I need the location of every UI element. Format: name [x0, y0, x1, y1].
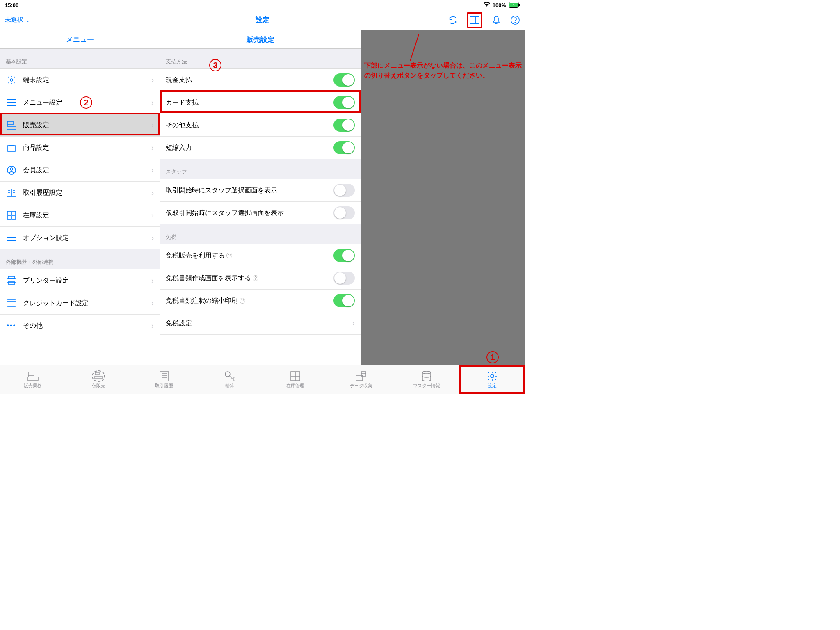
refresh-icon[interactable] [448, 15, 458, 25]
bell-icon[interactable] [491, 15, 501, 25]
row-label: 端末設定 [23, 76, 151, 84]
toggle-other[interactable] [333, 119, 355, 132]
right-placeholder: 下部にメニュー表示がない場合は、このメニュー表示の切り替えボタンをタップしてくだ… [361, 30, 525, 365]
menu-member-settings[interactable]: 会員設定 › [0, 159, 160, 182]
tab-inventory[interactable]: 在庫管理 [262, 365, 328, 394]
chevron-right-icon: › [151, 166, 154, 175]
printer-icon [6, 275, 17, 286]
row-label: 短縮入力 [166, 144, 333, 152]
svg-rect-37 [7, 300, 16, 306]
chevron-down-icon: ⌄ [25, 16, 30, 24]
menu-other[interactable]: ••• その他 › [0, 315, 160, 337]
gear-icon [486, 370, 499, 382]
row-taxfree-settings[interactable]: 免税設定 › [160, 312, 361, 335]
toggle-card[interactable] [333, 96, 355, 109]
tab-label: 精算 [225, 383, 234, 389]
group-header-payment: 支払方法 [160, 49, 361, 69]
menu-option-settings[interactable]: オプション設定 › [0, 227, 160, 249]
toggle-taxfree-use[interactable] [333, 249, 355, 262]
back-button[interactable]: 未選択 ⌄ [5, 16, 30, 24]
row-label: 免税設定 [166, 319, 352, 328]
svg-rect-43 [95, 376, 102, 379]
tab-data[interactable]: データ収集 [328, 365, 394, 394]
database-icon [420, 370, 433, 382]
chevron-right-icon: › [151, 299, 154, 308]
status-bar: 15:00 100% [0, 0, 525, 10]
toggle-taxfree-print[interactable] [333, 294, 355, 307]
tab-master[interactable]: マスター情報 [394, 365, 459, 394]
svg-rect-28 [12, 216, 16, 219]
gear-icon [6, 74, 17, 86]
key-icon [223, 370, 236, 382]
grid-icon [6, 210, 17, 221]
tab-settings[interactable]: 設定 [459, 365, 525, 394]
svg-rect-34 [8, 276, 15, 279]
chevron-right-icon: › [151, 276, 154, 285]
section-header-basic: 基本設定 [0, 49, 160, 69]
chevron-right-icon: › [151, 121, 154, 130]
svg-point-57 [422, 371, 431, 374]
help-icon[interactable]: ? [226, 253, 232, 258]
detail-panel: 販売設定 支払方法 現金支払 3 カード支払 その他支払 短縮入力 スタッフ [160, 30, 361, 365]
row-taxfree-print: 免税書類注釈の縮小印刷? [160, 290, 361, 312]
help-icon[interactable]: ? [240, 298, 245, 304]
row-staff-temp: 仮取引開始時にスタッフ選択画面を表示 [160, 202, 361, 224]
row-label: 販売設定 [23, 121, 151, 130]
menu-terminal-settings[interactable]: 端末設定 › [0, 69, 160, 91]
menu-panel-title: メニュー [0, 30, 160, 49]
menu-menu-settings[interactable]: メニュー設定 › 2 [0, 91, 160, 114]
row-taxfree-doc: 免税書類作成画面を表示する? [160, 267, 361, 290]
detail-panel-title: 販売設定 [160, 30, 361, 49]
menu-stock-settings[interactable]: 在庫設定 › [0, 204, 160, 227]
tab-label: 在庫管理 [286, 383, 304, 389]
help-icon[interactable] [510, 15, 520, 25]
lines-icon [6, 97, 17, 108]
layout-toggle-button[interactable] [467, 12, 482, 28]
data-icon [354, 370, 368, 382]
row-label: 免税書類作成画面を表示する? [166, 274, 333, 283]
toggle-cash[interactable] [333, 73, 355, 87]
menu-product-settings[interactable]: 商品設定 › [0, 137, 160, 159]
chevron-right-icon: › [151, 234, 154, 242]
tab-label: マスター情報 [413, 383, 440, 389]
svg-point-6 [515, 22, 516, 23]
row-cash-payment: 現金支払 3 [160, 69, 361, 91]
chevron-right-icon: › [151, 211, 154, 220]
list-plus-icon [6, 232, 17, 244]
annotation-note: 下部にメニュー表示がない場合は、このメニュー表示の切り替えボタンをタップしてくだ… [364, 61, 522, 80]
help-icon[interactable]: ? [253, 275, 258, 281]
status-time: 15:00 [5, 2, 18, 8]
battery-percent: 100% [493, 2, 506, 8]
register-dashed-icon [92, 370, 105, 382]
svg-rect-2 [519, 4, 520, 6]
row-label: 現金支払 [166, 76, 333, 84]
group-header-staff: スタッフ [160, 159, 361, 179]
toggle-staff-start[interactable] [333, 184, 355, 197]
annotation-badge-1: 1 [486, 351, 499, 363]
dots-icon: ••• [6, 320, 17, 331]
menu-sales-settings[interactable]: 販売設定 › [0, 114, 160, 137]
row-label: 取引開始時にスタッフ選択画面を表示 [166, 186, 333, 195]
row-label: プリンター設定 [23, 276, 151, 285]
tab-sales[interactable]: 販売業務 [0, 365, 66, 394]
tab-history[interactable]: 取引履歴 [131, 365, 197, 394]
toggle-staff-temp[interactable] [333, 206, 355, 219]
menu-printer-settings[interactable]: プリンター設定 › [0, 269, 160, 292]
toggle-short[interactable] [333, 141, 355, 154]
tab-settlement[interactable]: 精算 [197, 365, 262, 394]
row-label: クレジットカード設定 [23, 299, 151, 308]
tab-label: 設定 [488, 383, 497, 389]
row-label: 取引履歴設定 [23, 189, 151, 197]
row-label: 在庫設定 [23, 211, 151, 220]
back-label: 未選択 [5, 16, 23, 24]
toggle-taxfree-doc[interactable] [333, 272, 355, 285]
menu-credit-card-settings[interactable]: クレジットカード設定 › [0, 292, 160, 315]
chevron-right-icon: › [352, 319, 355, 328]
svg-rect-36 [9, 281, 14, 285]
row-label: 免税販売を利用する? [166, 251, 333, 260]
menu-history-settings[interactable]: 取引履歴設定 › [0, 182, 160, 204]
svg-rect-25 [7, 211, 11, 215]
book-icon [6, 187, 17, 199]
tab-temp-sales[interactable]: 仮販売 [66, 365, 131, 394]
tab-label: データ収集 [350, 383, 372, 389]
